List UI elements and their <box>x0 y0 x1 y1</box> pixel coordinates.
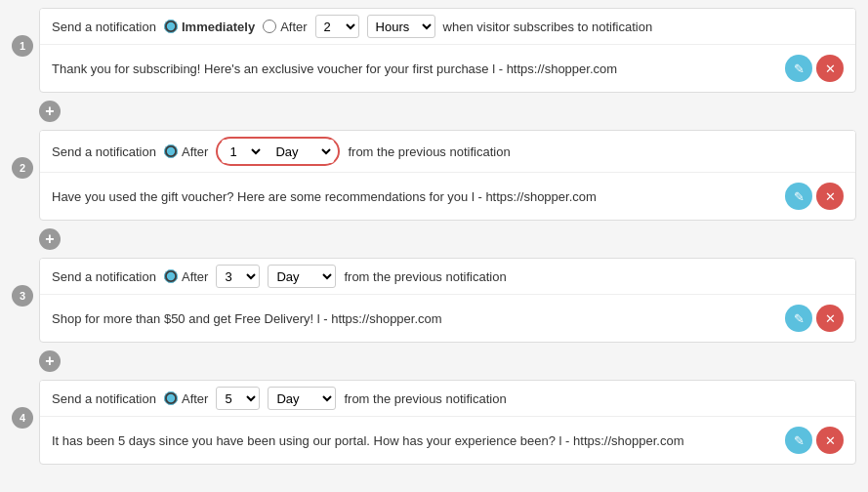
after-label: After <box>182 391 208 406</box>
radio-after[interactable] <box>164 269 178 283</box>
radio-after-group: After <box>263 20 307 34</box>
from-text: from the previous notification <box>348 144 510 159</box>
delete-button[interactable]: ✕ <box>816 427 844 454</box>
notification-card-2: Send a notificationAfter12345678910Hours… <box>39 130 856 221</box>
after-number-select[interactable]: 12345678910 <box>222 140 264 163</box>
add-button-row-2: + <box>39 228 856 250</box>
notification-card-3: Send a notificationAfter12345678910Hours… <box>39 258 856 343</box>
after-number-select[interactable]: 12345678910 <box>216 387 260 410</box>
radio-after-group: After <box>164 144 208 159</box>
notification-header-2: Send a notificationAfter12345678910Hours… <box>40 131 855 173</box>
notification-group-1: 1Send a notificationImmediatelyAfter1234… <box>12 8 856 93</box>
notification-body-text: Thank you for subscribing! Here's an exc… <box>52 62 775 76</box>
notification-card-4: Send a notificationAfter12345678910Hours… <box>39 380 856 465</box>
from-text: from the previous notification <box>344 269 506 284</box>
add-notification-button[interactable]: + <box>39 228 61 250</box>
after-unit-select[interactable]: HoursDayDaysWeeks <box>268 265 336 288</box>
notification-body-3: Shop for more than $50 and get Free Deli… <box>40 295 855 342</box>
edit-button[interactable]: ✎ <box>785 55 812 82</box>
delete-button[interactable]: ✕ <box>816 55 844 82</box>
edit-button[interactable]: ✎ <box>785 305 812 332</box>
notification-body-1: Thank you for subscribing! Here's an exc… <box>40 45 855 92</box>
after-label: After <box>182 144 208 159</box>
edit-button[interactable]: ✎ <box>785 183 812 210</box>
after-number-select[interactable]: 12345678910 <box>315 15 359 38</box>
add-button-row-3: + <box>39 350 856 372</box>
step-number-3: 3 <box>12 285 33 307</box>
notification-header-1: Send a notificationImmediatelyAfter12345… <box>40 9 855 45</box>
send-label: Send a notification <box>52 269 156 284</box>
radio-after[interactable] <box>164 144 178 158</box>
notification-group-4: 4Send a notificationAfter12345678910Hour… <box>12 380 856 465</box>
add-button-row-1: + <box>39 101 856 122</box>
delete-button[interactable]: ✕ <box>816 183 844 210</box>
highlight-ring: 12345678910HoursDayDaysWeeks <box>216 137 340 166</box>
radio-immediately[interactable] <box>164 20 178 33</box>
after-label: After <box>182 269 208 284</box>
send-label: Send a notification <box>52 20 156 34</box>
when-text: when visitor subscribes to notification <box>443 20 653 34</box>
delete-button[interactable]: ✕ <box>816 305 844 332</box>
notification-header-3: Send a notificationAfter12345678910Hours… <box>40 259 855 295</box>
step-number-2: 2 <box>12 157 33 179</box>
action-buttons: ✎✕ <box>785 305 844 332</box>
after-unit-select[interactable]: HoursDayDaysWeeks <box>268 387 336 410</box>
immediately-label: Immediately <box>182 20 255 34</box>
action-buttons: ✎✕ <box>785 427 844 454</box>
send-label: Send a notification <box>52 391 156 406</box>
notification-body-text: Have you used the gift voucher? Here are… <box>52 189 775 204</box>
notification-card-1: Send a notificationImmediatelyAfter12345… <box>39 8 856 93</box>
radio-after[interactable] <box>263 20 276 33</box>
radio-after-group: After <box>164 269 208 284</box>
notification-body-4: It has been 5 days since you have been u… <box>40 417 855 464</box>
edit-button[interactable]: ✎ <box>785 427 812 454</box>
notification-body-text: It has been 5 days since you have been u… <box>52 433 775 448</box>
add-notification-button[interactable]: + <box>39 101 61 122</box>
add-notification-button[interactable]: + <box>39 350 61 372</box>
after-unit-select[interactable]: HoursDayDaysWeeks <box>268 140 334 163</box>
radio-immediately-group: Immediately <box>164 20 255 34</box>
action-buttons: ✎✕ <box>785 55 844 82</box>
after-unit-select[interactable]: HoursDaysWeeks <box>367 15 435 38</box>
notification-body-text: Shop for more than $50 and get Free Deli… <box>52 311 775 326</box>
from-text: from the previous notification <box>344 391 506 406</box>
step-number-4: 4 <box>12 407 33 429</box>
step-number-1: 1 <box>12 35 33 57</box>
notification-header-4: Send a notificationAfter12345678910Hours… <box>40 381 855 417</box>
notification-group-3: 3Send a notificationAfter12345678910Hour… <box>12 258 856 343</box>
radio-after[interactable] <box>164 391 178 405</box>
notification-group-2: 2Send a notificationAfter12345678910Hour… <box>12 130 856 221</box>
action-buttons: ✎✕ <box>785 183 844 210</box>
notification-body-2: Have you used the gift voucher? Here are… <box>40 173 855 220</box>
page-container: 1Send a notificationImmediatelyAfter1234… <box>0 0 868 480</box>
after-label: After <box>280 20 307 34</box>
radio-after-group: After <box>164 391 208 406</box>
after-number-select[interactable]: 12345678910 <box>216 265 260 288</box>
send-label: Send a notification <box>52 144 156 159</box>
